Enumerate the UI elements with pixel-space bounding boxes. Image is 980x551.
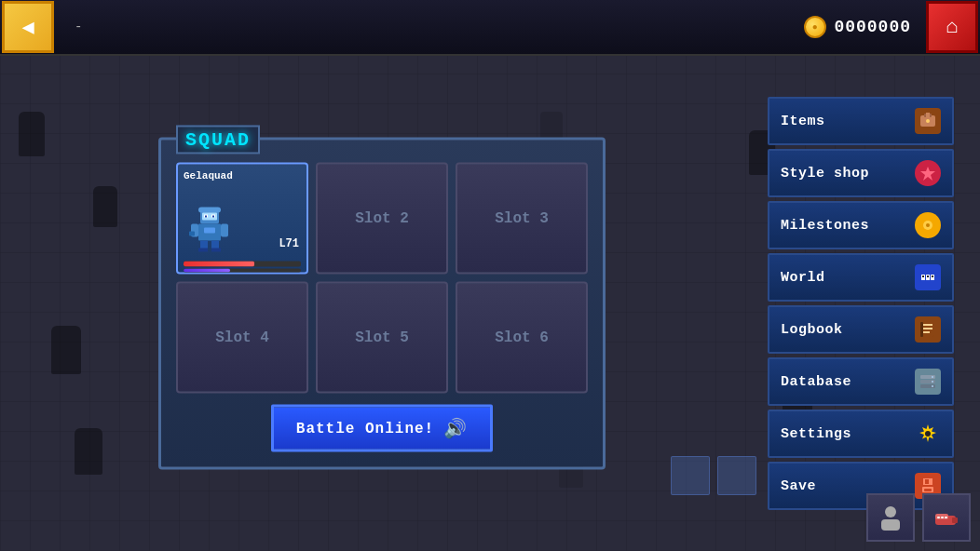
squad-slot-6[interactable]: Slot 6: [456, 282, 588, 394]
svg-point-40: [932, 376, 933, 378]
svg-point-24: [926, 223, 930, 227]
svg-rect-30: [927, 276, 929, 277]
bottom-btn-2[interactable]: [922, 493, 971, 542]
svg-rect-49: [924, 489, 932, 491]
svg-rect-29: [922, 276, 924, 277]
battle-btn-label: Battle Online!: [296, 420, 434, 437]
logbook-icon: [915, 316, 941, 343]
squad-slot-5[interactable]: Slot 5: [316, 282, 448, 394]
svg-point-44: [925, 431, 931, 437]
char-level: L71: [279, 237, 299, 250]
bottom-btn-1[interactable]: [866, 493, 915, 542]
svg-rect-5: [205, 216, 207, 218]
svg-rect-54: [952, 517, 958, 523]
squad-slot-4[interactable]: Slot 4: [176, 282, 308, 394]
svg-rect-31: [932, 276, 933, 277]
svg-rect-36: [920, 322, 923, 337]
menu-item-database[interactable]: Database: [768, 357, 954, 406]
top-bar: ◀ - ● 0000000 ⌂: [0, 0, 980, 56]
svg-rect-47: [925, 479, 929, 484]
menu-item-milestones[interactable]: Milestones: [768, 201, 954, 249]
main-content: SQUAD Gelaquad: [0, 56, 980, 551]
svg-rect-6: [212, 216, 214, 218]
battle-sound-icon: 🔊: [443, 417, 468, 440]
squad-slot-2[interactable]: Slot 2: [316, 163, 448, 275]
char-exp-bar: [184, 269, 301, 273]
menu-database-label: Database: [781, 374, 851, 390]
squad-slot-3[interactable]: Slot 3: [456, 163, 588, 275]
settings-icon: [915, 421, 941, 447]
menu-world-label: World: [781, 270, 825, 286]
char-exp-fill: [184, 269, 230, 273]
slot-4-label: Slot 4: [215, 329, 269, 346]
svg-rect-15: [211, 249, 221, 252]
squad-panel: SQUAD Gelaquad: [158, 138, 606, 470]
char-name: Gelaquad: [184, 170, 233, 181]
char-health-bar: [184, 262, 301, 267]
squad-title: SQUAD: [176, 126, 260, 155]
menu-save-label: Save: [781, 478, 816, 494]
menu-item-settings[interactable]: Settings: [768, 410, 954, 458]
character-display: Gelaquad: [178, 165, 306, 273]
squad-grid: Gelaquad: [176, 163, 588, 394]
char-sprite: [185, 206, 234, 254]
slot-5-label: Slot 5: [355, 329, 409, 346]
battle-online-button[interactable]: Battle Online! 🔊: [271, 405, 493, 452]
bottom-buttons: [866, 493, 971, 542]
menu-settings-label: Settings: [781, 426, 851, 442]
dash-label: -: [75, 20, 82, 34]
database-icon: [915, 369, 941, 395]
svg-rect-51: [881, 519, 900, 531]
battle-btn-container: Battle Online! 🔊: [176, 405, 588, 452]
svg-rect-55: [937, 517, 940, 518]
back-icon: ◀: [21, 15, 34, 40]
items-icon: [915, 108, 941, 134]
menu-milestones-label: Milestones: [781, 218, 869, 234]
menu-items-label: Items: [781, 114, 825, 129]
home-icon: ⌂: [946, 16, 958, 39]
menu-item-style-shop[interactable]: Style shop: [768, 149, 954, 197]
world-icon: [915, 264, 941, 290]
svg-point-50: [885, 506, 896, 517]
svg-rect-10: [221, 224, 228, 237]
svg-rect-8: [204, 228, 215, 234]
svg-point-41: [932, 381, 933, 383]
back-button[interactable]: ◀: [2, 1, 54, 53]
coin-icon: ●: [804, 16, 826, 38]
currency-value: 0000000: [834, 18, 911, 36]
svg-rect-33: [923, 324, 932, 326]
menu-item-logbook[interactable]: Logbook: [768, 305, 954, 354]
slot-6-label: Slot 6: [495, 329, 549, 346]
style-shop-icon: [915, 160, 941, 186]
slot-3-label: Slot 3: [495, 210, 549, 227]
svg-rect-34: [923, 328, 932, 329]
slot-2-label: Slot 2: [355, 210, 409, 227]
svg-rect-11: [189, 232, 195, 236]
svg-rect-35: [923, 331, 930, 333]
menu-style-shop-label: Style shop: [781, 166, 869, 181]
milestones-icon: [915, 212, 941, 238]
menu-item-items[interactable]: Items: [768, 97, 954, 145]
svg-rect-18: [926, 113, 930, 118]
home-button[interactable]: ⌂: [926, 1, 978, 53]
svg-rect-14: [198, 249, 208, 252]
svg-rect-56: [941, 517, 944, 518]
svg-point-19: [926, 119, 930, 123]
svg-rect-57: [945, 517, 947, 518]
currency-display: ● 0000000: [804, 16, 911, 38]
svg-rect-1: [198, 208, 221, 213]
menu-item-world[interactable]: World: [768, 253, 954, 302]
menu-logbook-label: Logbook: [781, 322, 843, 338]
char-health-fill: [184, 262, 254, 267]
squad-slot-1[interactable]: Gelaquad: [176, 163, 308, 275]
menu-panel: Items Style shop Milestones: [768, 97, 954, 510]
svg-point-42: [932, 385, 933, 387]
